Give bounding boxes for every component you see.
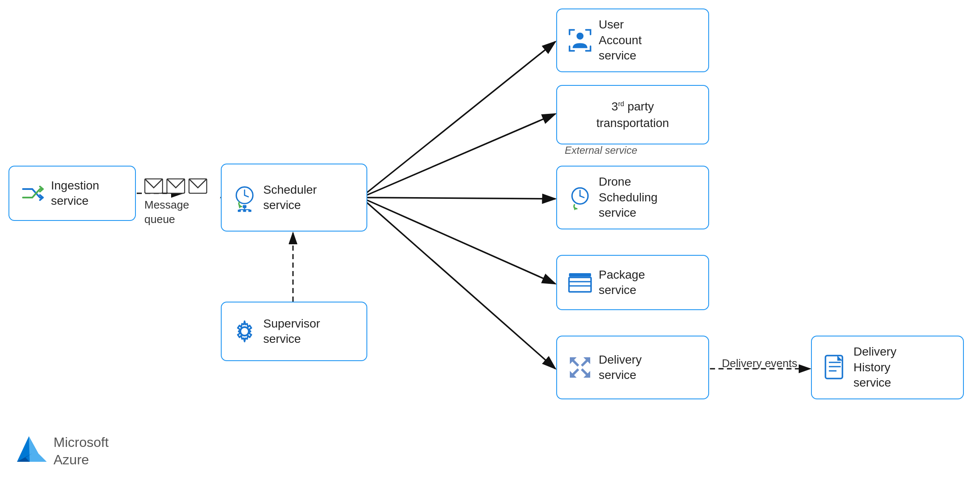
user-account-service-box: UserAccountservice [556,8,709,72]
delivery-events-label: Delivery events [722,357,797,370]
ingestion-service-label: Ingestionservice [51,178,99,209]
azure-logo-text: MicrosoftAzure [54,434,109,469]
svg-line-8 [366,200,555,284]
message-queue-icons [144,178,207,194]
delivery-service-box: Deliveryservice [556,336,709,399]
svg-line-6 [366,114,555,195]
svg-line-7 [366,198,555,199]
delivery-history-icon [821,354,848,381]
package-service-box: Packageservice [556,255,709,310]
package-service-label: Packageservice [599,267,645,298]
drone-scheduling-service-label: DroneSchedulingservice [599,174,658,220]
svg-line-9 [366,202,555,369]
user-account-icon [566,27,594,54]
scheduler-service-label: Schedulerservice [263,182,317,213]
delivery-icon [566,354,594,381]
svg-point-24 [577,33,583,40]
arrows-canvas [0,0,980,486]
delivery-service-label: Deliveryservice [599,352,642,383]
svg-rect-29 [569,277,591,292]
svg-point-23 [240,327,249,336]
svg-rect-21 [243,209,246,212]
ingestion-service-box: Ingestionservice [8,166,136,221]
third-party-label: 3rd partytransportation [596,98,669,131]
svg-marker-37 [29,436,47,462]
supervisor-service-label: Supervisorservice [263,316,320,347]
svg-rect-17 [243,205,247,208]
supervisor-service-box: Supervisorservice [221,302,367,361]
supervisor-icon [231,318,258,345]
third-party-service-box: 3rd partytransportation [556,85,709,144]
delivery-history-service-label: DeliveryHistoryservice [853,344,896,390]
ingestion-icon [19,180,46,207]
external-service-label: External service [565,144,637,156]
delivery-history-service-box: DeliveryHistoryservice [811,336,964,399]
drone-scheduling-service-box: DroneSchedulingservice [556,166,709,229]
scheduler-icon [231,184,258,211]
svg-line-5 [366,42,555,193]
svg-rect-20 [238,209,241,212]
drone-scheduling-icon [566,184,594,211]
azure-logo: MicrosoftAzure [17,434,109,469]
scheduler-service-box: Schedulerservice [221,164,367,232]
svg-rect-22 [248,209,251,212]
message-queue-label: Messagequeue [144,198,189,227]
user-account-service-label: UserAccountservice [599,17,642,63]
svg-rect-28 [569,273,591,277]
package-icon [566,269,594,296]
